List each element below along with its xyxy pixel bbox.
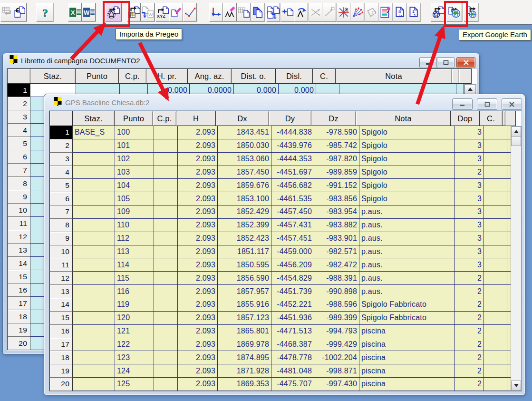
row-number[interactable]: 5 bbox=[49, 179, 73, 192]
cell-c[interactable] bbox=[484, 166, 507, 179]
cell-h[interactable]: 2.093 bbox=[178, 232, 218, 245]
cell-dx[interactable]: 1851.117 bbox=[218, 245, 271, 259]
cell-punto[interactable]: 112 bbox=[115, 232, 154, 245]
cell-cp[interactable] bbox=[154, 338, 178, 352]
cell-dop[interactable]: 2 bbox=[455, 325, 484, 338]
cell-dop[interactable]: 3 bbox=[455, 205, 484, 219]
cell-nota[interactable]: Spigolo bbox=[359, 192, 455, 205]
row-number[interactable]: 7 bbox=[7, 164, 30, 177]
close-button[interactable] bbox=[456, 57, 475, 68]
cell-nota[interactable]: Spigolo Fabbricato bbox=[359, 312, 455, 325]
row-number[interactable]: 8 bbox=[49, 219, 73, 232]
cell-punto[interactable]: 115 bbox=[115, 272, 154, 285]
cell-cp[interactable] bbox=[154, 325, 178, 338]
cell-dz[interactable]: -978.590 bbox=[314, 126, 359, 139]
cell-dop[interactable]: 2 bbox=[455, 378, 484, 391]
cell-cp[interactable] bbox=[154, 364, 178, 378]
row-number[interactable]: 18 bbox=[7, 310, 30, 323]
cell-dx[interactable]: 1843.451 bbox=[218, 126, 271, 139]
column-header-nota[interactable]: Nota bbox=[356, 111, 451, 126]
cell-dz[interactable]: -988.596 bbox=[314, 298, 359, 312]
cell-nota[interactable]: Spigolo bbox=[359, 139, 455, 153]
cell-c[interactable] bbox=[484, 325, 507, 338]
toolbar-button-excel-export[interactable]: X bbox=[68, 3, 82, 21]
cell-punto[interactable]: 121 bbox=[115, 325, 154, 338]
cell-h[interactable]: 2.093 bbox=[178, 338, 218, 352]
cell-nota[interactable]: p.aus. bbox=[359, 272, 455, 285]
column-header-dz[interactable]: Dz bbox=[311, 111, 356, 126]
cell-dz[interactable]: -997.430 bbox=[314, 378, 359, 391]
cell-dop[interactable]: 2 bbox=[455, 351, 484, 364]
cell-cp[interactable] bbox=[154, 272, 178, 285]
row-number[interactable]: 15 bbox=[49, 312, 73, 325]
cell-dy[interactable]: -4451.936 bbox=[271, 312, 314, 325]
row-number[interactable]: 17 bbox=[7, 297, 30, 310]
row-number[interactable]: 1 bbox=[49, 126, 73, 139]
cell-c[interactable] bbox=[484, 153, 507, 166]
cell-dz[interactable]: -982.472 bbox=[314, 258, 359, 272]
toolbar-button-station-rotate[interactable] bbox=[294, 3, 308, 21]
cell-cp[interactable] bbox=[154, 232, 178, 245]
scroll-down-button[interactable] bbox=[511, 381, 521, 391]
scroll-up-button[interactable] bbox=[511, 127, 521, 137]
cell-dy[interactable]: -4457.450 bbox=[271, 205, 314, 219]
cell-dop[interactable]: 3 bbox=[455, 245, 484, 259]
cell-cp[interactable] bbox=[154, 139, 178, 153]
toolbar-button-blue-doc[interactable] bbox=[251, 3, 264, 21]
cell-nota[interactable]: p.aus. bbox=[359, 219, 455, 232]
cell-punto[interactable]: 105 bbox=[115, 192, 154, 205]
cell-c[interactable] bbox=[484, 219, 507, 232]
cell-nota[interactable]: p.aus. bbox=[359, 258, 455, 272]
vertical-scrollbar[interactable] bbox=[511, 126, 522, 391]
cell-staz[interactable] bbox=[73, 298, 115, 312]
cell-staz[interactable] bbox=[73, 179, 115, 192]
cell-staz[interactable] bbox=[73, 205, 115, 219]
toolbar-button-doc-edit[interactable] bbox=[169, 3, 183, 21]
cell-cp[interactable] bbox=[154, 126, 178, 139]
cell-punto[interactable]: 101 bbox=[115, 139, 154, 153]
cell-staz[interactable] bbox=[73, 245, 115, 259]
cell-cp[interactable] bbox=[154, 351, 178, 364]
cell-staz[interactable] bbox=[73, 351, 115, 364]
cell-h[interactable]: 2.093 bbox=[178, 179, 218, 192]
toolbar-button-docs-transfer[interactable] bbox=[266, 3, 280, 21]
column-header-n[interactable] bbox=[7, 68, 30, 84]
row-number[interactable]: 2 bbox=[7, 97, 30, 110]
cell-nota[interactable]: p.aus. bbox=[359, 285, 455, 298]
row-number[interactable]: 19 bbox=[49, 364, 73, 378]
toolbar-button-numbered-doc[interactable]: 12 bbox=[406, 3, 420, 21]
cell-dy[interactable]: -4478.778 bbox=[271, 351, 314, 364]
cell-h[interactable]: 2.093 bbox=[178, 192, 218, 205]
row-number[interactable]: 5 bbox=[7, 137, 30, 150]
column-header-punto[interactable]: Punto bbox=[75, 68, 119, 84]
row-number[interactable]: 12 bbox=[7, 230, 30, 244]
cell-dz[interactable]: -985.742 bbox=[314, 139, 359, 153]
cell-cp[interactable] bbox=[154, 245, 178, 259]
row-number[interactable]: 12 bbox=[49, 272, 73, 285]
cell-nota[interactable]: Spigolo bbox=[359, 126, 455, 139]
cell-dy[interactable]: -4468.387 bbox=[271, 338, 314, 352]
row-number[interactable]: 3 bbox=[49, 153, 73, 166]
cell-h[interactable]: 2.093 bbox=[178, 325, 218, 338]
toolbar-button-ab-doc[interactable]: ab bbox=[393, 3, 406, 21]
cell-staz[interactable] bbox=[73, 192, 115, 205]
scroll-up-button[interactable] bbox=[464, 84, 476, 94]
row-number[interactable]: 10 bbox=[49, 245, 73, 259]
toolbar-button-xyz-export[interactable]: XYZ bbox=[155, 3, 169, 21]
cell-dz[interactable]: -998.871 bbox=[314, 364, 359, 378]
column-header-dist_o[interactable]: Dist. o. bbox=[231, 68, 276, 84]
cell-h[interactable]: 2.093 bbox=[178, 364, 218, 378]
cell-dz[interactable]: -990.898 bbox=[314, 285, 359, 298]
cell-dop[interactable]: 3 bbox=[455, 219, 484, 232]
cell-nota[interactable]: piscina bbox=[359, 364, 455, 378]
cell-h[interactable]: 2.093 bbox=[178, 245, 218, 259]
cell-dy[interactable]: -4452.221 bbox=[271, 298, 314, 312]
cell-nota[interactable]: p.aus. bbox=[359, 232, 455, 245]
cell-dop[interactable]: 2 bbox=[455, 272, 484, 285]
cell-dx[interactable]: 1850.030 bbox=[218, 139, 271, 153]
cell-h[interactable]: 2.093 bbox=[178, 205, 218, 219]
cell-h[interactable]: 2.093 bbox=[178, 285, 218, 298]
row-number[interactable]: 1 bbox=[7, 84, 30, 97]
minimize-button[interactable] bbox=[419, 57, 437, 68]
cell-c[interactable] bbox=[484, 272, 507, 285]
